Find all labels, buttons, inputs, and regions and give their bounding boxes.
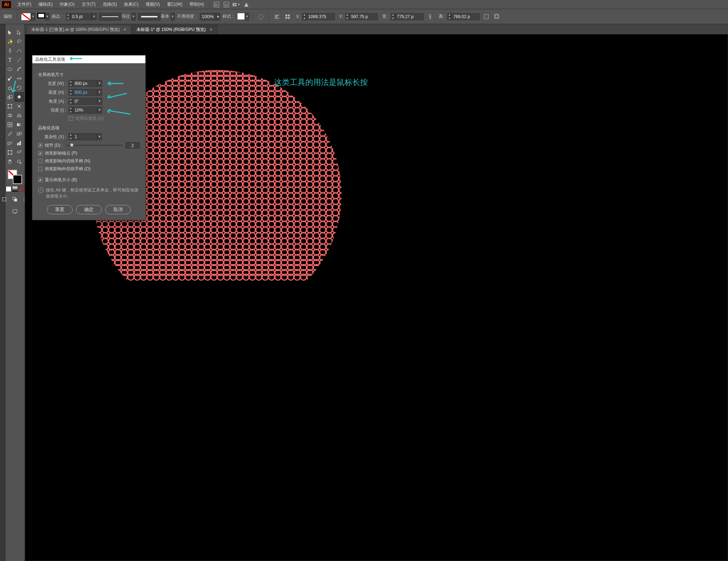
bridge-icon[interactable]: Br — [213, 1, 220, 9]
puppet-warp-tool[interactable] — [15, 102, 24, 111]
column-graph-tool[interactable] — [15, 139, 24, 148]
anchor-checkbox[interactable] — [38, 151, 43, 156]
menu-effect[interactable]: 效果(C) — [121, 1, 142, 7]
brush-tool[interactable] — [15, 65, 24, 74]
chevron-down-icon[interactable]: ▼ — [97, 107, 102, 114]
ok-button[interactable]: 确定 — [76, 205, 102, 214]
stroke-weight-stepper[interactable]: ▲▼ ▼ — [66, 13, 97, 20]
align-icon[interactable] — [273, 12, 281, 21]
width-input[interactable] — [73, 80, 97, 87]
menu-window[interactable]: 窗口(W) — [164, 1, 186, 7]
menu-select[interactable]: 选择(S) — [99, 1, 121, 7]
pen-tool[interactable] — [5, 46, 15, 55]
in-tangent-checkbox[interactable] — [38, 159, 43, 163]
shape-properties-icon[interactable] — [482, 12, 491, 21]
gpu-icon[interactable] — [242, 1, 250, 9]
h-stepper[interactable]: ▲▼ — [447, 13, 480, 20]
ellipse-tool[interactable] — [5, 65, 15, 74]
menu-object[interactable]: 对象(O) — [56, 1, 78, 7]
complexity-stepper[interactable]: ▲▼ ▼ — [69, 133, 102, 140]
mesh-tool[interactable] — [5, 120, 15, 129]
perspective-grid-tool[interactable] — [15, 111, 24, 120]
x-stepper[interactable]: ▲▼ — [302, 13, 335, 20]
collapsed-panel-strip[interactable] — [0, 24, 5, 561]
intensity-input[interactable] — [73, 107, 97, 114]
chevron-down-icon[interactable]: ▼ — [132, 13, 136, 21]
chevron-down-icon[interactable]: ▼ — [92, 13, 97, 20]
graphic-style-swatch[interactable]: ▼ — [237, 13, 249, 21]
brush-definition[interactable]: 基本 ▼ — [138, 13, 175, 21]
chevron-down-icon[interactable]: ▼ — [97, 80, 102, 87]
stroke-proxy[interactable] — [13, 175, 22, 184]
h-input[interactable] — [451, 13, 480, 20]
draw-behind-icon[interactable] — [10, 195, 20, 204]
fill-swatch[interactable]: ▼ — [21, 13, 35, 21]
color-solid-icon[interactable] — [6, 186, 11, 192]
slice-tool[interactable] — [15, 148, 24, 157]
draw-normal-icon[interactable] — [0, 195, 9, 204]
color-gradient-icon[interactable] — [12, 186, 18, 192]
symbol-sprayer-tool[interactable] — [5, 139, 15, 148]
color-proxy[interactable] — [8, 170, 22, 184]
menu-view[interactable]: 视图(V) — [142, 1, 164, 7]
chevron-down-icon[interactable]: ▼ — [171, 13, 175, 21]
cancel-button[interactable]: 取消 — [105, 205, 131, 214]
reset-button[interactable]: 重置 — [47, 205, 73, 214]
width-stepper[interactable]: ▲▼ ▼ — [69, 80, 102, 87]
detail-checkbox[interactable] — [38, 143, 43, 148]
complexity-input[interactable] — [73, 133, 97, 140]
shape-builder-tool[interactable] — [5, 111, 15, 120]
angle-stepper[interactable]: ▲▼ ▼ — [69, 98, 102, 105]
zoom-tool[interactable] — [15, 157, 24, 166]
w-stepper[interactable]: ▲▼ — [391, 13, 424, 20]
show-brush-size-checkbox[interactable] — [38, 178, 43, 182]
y-input[interactable] — [349, 13, 378, 20]
direct-selection-tool[interactable] — [15, 28, 24, 37]
chevron-down-icon[interactable]: ▼ — [97, 98, 102, 105]
stock-icon[interactable]: St — [223, 1, 230, 9]
lasso-tool[interactable] — [15, 37, 24, 46]
chevron-right-icon[interactable]: ▶ — [216, 13, 220, 21]
gradient-tool[interactable] — [15, 120, 24, 129]
y-stepper[interactable]: ▲▼ — [345, 13, 378, 20]
hand-tool[interactable] — [5, 157, 15, 166]
transform-panel-icon[interactable] — [283, 12, 292, 21]
line-tool[interactable] — [15, 55, 24, 65]
constrain-proportions-icon[interactable] — [426, 12, 434, 21]
curvature-tool[interactable] — [15, 46, 24, 55]
artboard-tool[interactable] — [5, 148, 15, 157]
blend-tool[interactable] — [15, 129, 24, 139]
stroke-swatch[interactable]: ▼ — [37, 13, 49, 21]
dialog-title-bar[interactable]: 晶格化工具选项 — [32, 55, 145, 63]
detail-slider[interactable] — [66, 145, 123, 146]
recolor-artwork-icon[interactable] — [257, 12, 265, 21]
arrange-docs-icon[interactable]: ▼ — [232, 1, 240, 9]
opacity-input[interactable] — [200, 13, 216, 21]
opacity-field[interactable]: ▶ — [200, 13, 220, 21]
intensity-stepper[interactable]: ▲▼ ▼ — [69, 107, 102, 114]
close-icon[interactable]: ✕ — [123, 27, 127, 32]
color-none-icon[interactable] — [18, 186, 24, 192]
x-input[interactable] — [306, 13, 335, 20]
variable-width-profile[interactable]: 等比 ▼ — [99, 13, 136, 21]
menu-edit[interactable]: 编辑(E) — [35, 1, 56, 7]
angle-input[interactable] — [73, 98, 97, 105]
menu-type[interactable]: 文字(T) — [78, 1, 99, 7]
eyedropper-tool[interactable] — [5, 129, 15, 139]
detail-value-input[interactable] — [125, 142, 140, 149]
out-tangent-checkbox[interactable] — [38, 167, 43, 171]
w-input[interactable] — [395, 13, 424, 20]
chevron-down-icon[interactable]: ▼ — [45, 13, 49, 21]
magic-wand-tool[interactable]: ✨ — [5, 37, 15, 46]
type-tool[interactable]: T — [5, 55, 15, 65]
document-tab[interactable]: 未标题-1 [已恢复].ai @ 100% (RGB/GPU 预览) ✕ — [27, 25, 131, 34]
chevron-down-icon[interactable]: ▼ — [97, 89, 102, 96]
stroke-weight-input[interactable] — [70, 13, 92, 20]
chevron-down-icon[interactable]: ▼ — [31, 13, 35, 21]
document-tab[interactable]: 未标题-1* @ 150% (RGB/GPU 预览) ✕ — [132, 25, 217, 34]
close-icon[interactable]: ✕ — [209, 27, 213, 32]
height-input[interactable] — [73, 89, 97, 96]
isolate-group-icon[interactable] — [493, 12, 501, 21]
free-transform-tool[interactable] — [5, 102, 15, 111]
chevron-down-icon[interactable]: ▼ — [245, 13, 249, 21]
